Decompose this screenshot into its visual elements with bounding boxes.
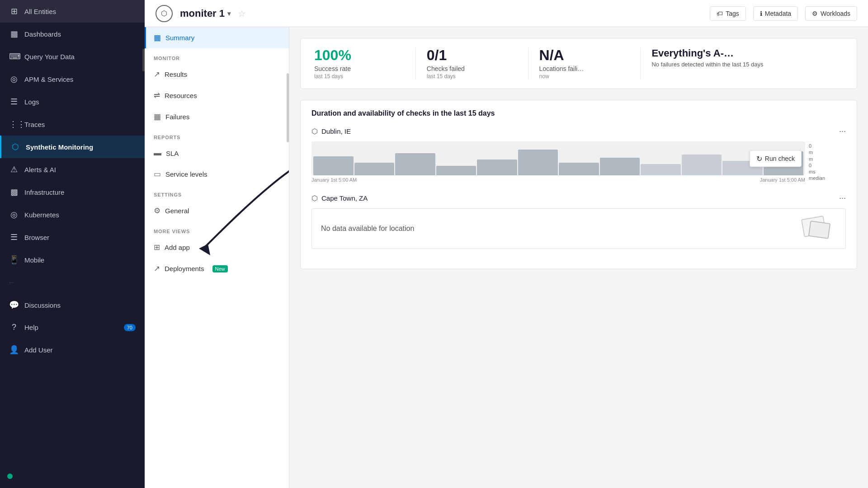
grid-icon: ⊞ [9, 6, 19, 16]
chart-bar [600, 158, 640, 175]
sec-nav-item-deployments[interactable]: ↗ Deployments New [145, 258, 289, 279]
main-content-area: 100% Success rate last 15 days 0/1 Check… [289, 27, 868, 488]
chart-bar [395, 153, 435, 176]
add-app-icon: ⊞ [154, 243, 160, 252]
dublin-end-time: January 1st 5:00 AM [760, 177, 805, 183]
monitor-name[interactable]: moniter 1 [180, 8, 225, 19]
checks-failed-label: Checks failed [427, 65, 517, 72]
globe-icon: ⬡ [161, 9, 167, 18]
content-row: ▦ Summary MONITOR ↗ Results ⇌ Resources … [145, 27, 868, 488]
sec-nav-section-settings: SETTINGS [145, 185, 289, 200]
browser-icon: ☰ [9, 232, 19, 242]
sec-nav-item-general[interactable]: ⚙ General [145, 200, 289, 221]
summary-icon: ▦ [154, 33, 161, 42]
sidebar-item-mobile[interactable]: 📱 Mobile [0, 249, 145, 271]
sidebar-item-browser[interactable]: ☰ Browser [0, 226, 145, 249]
location-dublin: ⬡ Dublin, IE ··· [311, 127, 846, 183]
duration-section: Duration and availability of checks in t… [300, 100, 857, 269]
synthetic-icon: ⬡ [10, 142, 20, 152]
location-dublin-header: ⬡ Dublin, IE ··· [311, 127, 846, 136]
chart-bar [518, 150, 558, 175]
stat-everything: Everything's A-… No failures detected wi… [641, 47, 843, 68]
success-rate-label: Success rate [314, 65, 405, 72]
location-cape-town-name: Cape Town, ZA [321, 194, 835, 202]
empty-box-2 [808, 221, 830, 239]
metadata-button[interactable]: ℹ Metadata [753, 6, 798, 21]
stat-checks-failed: 0/1 Checks failed last 15 days [416, 47, 528, 80]
favorite-star-button[interactable]: ☆ [238, 8, 246, 19]
stat-locations-failed: N/A Locations faili… now [528, 47, 641, 80]
location-cape-town-header: ⬡ Cape Town, ZA ··· [311, 193, 846, 203]
sec-nav-item-results[interactable]: ↗ Results [145, 64, 289, 85]
query-icon: ⌨ [9, 52, 19, 61]
sidebar-item-discussions[interactable]: 💬 Discussions [0, 294, 145, 316]
sec-nav-item-resources[interactable]: ⇌ Resources [145, 85, 289, 106]
stats-row: 100% Success rate last 15 days 0/1 Check… [300, 38, 857, 89]
locations-failed-label: Locations faili… [539, 65, 630, 72]
top-bar: ⬡ moniter 1 ▾ ☆ 🏷 Tags ℹ Metadata ⚙ Work… [145, 0, 868, 27]
location-cape-town: ⬡ Cape Town, ZA ··· No data available fo… [311, 193, 846, 249]
tags-button[interactable]: 🏷 Tags [710, 6, 746, 21]
secondary-nav-scrollbar[interactable] [287, 73, 289, 142]
sec-nav-item-summary[interactable]: ▦ Summary [145, 27, 289, 48]
duration-title: Duration and availability of checks in t… [311, 109, 846, 117]
chart-mid-value: m [809, 150, 846, 155]
sidebar-item-all-entities[interactable]: ⊞ All Entities [0, 0, 145, 23]
chart-bar [436, 166, 476, 175]
sec-nav-section-reports: REPORTS [145, 127, 289, 143]
sec-nav-item-add-app[interactable]: ⊞ Add app [145, 237, 289, 258]
dublin-chart-wrapper: ↻ Run check January 1st 5:00 AM January … [311, 141, 846, 183]
workloads-button[interactable]: ⚙ Workloads [805, 6, 857, 21]
secondary-navigation: ▦ Summary MONITOR ↗ Results ⇌ Resources … [145, 27, 289, 488]
no-data-label: No data available for location [321, 225, 414, 233]
stat-success-rate: 100% Success rate last 15 days [314, 47, 416, 80]
sec-nav-item-failures[interactable]: ▦ Failures [145, 106, 289, 127]
sla-icon: ▬ [154, 149, 161, 158]
chart-bar [641, 164, 681, 175]
chart-bar [559, 163, 599, 175]
main-area: ⬡ moniter 1 ▾ ☆ 🏷 Tags ℹ Metadata ⚙ Work… [145, 0, 868, 488]
traces-icon: ⋮⋮ [9, 119, 19, 129]
chart-bar [682, 155, 722, 175]
status-indicator [7, 474, 13, 479]
sidebar-item-dashboards[interactable]: ▦ Dashboards [0, 23, 145, 45]
sidebar-item-help[interactable]: ? Help 70 [0, 316, 145, 338]
dublin-chart: ↻ Run check [311, 141, 805, 175]
success-rate-value: 100% [314, 47, 405, 63]
sidebar-item-logs[interactable]: ☰ Logs [0, 90, 145, 113]
monitor-title-group: moniter 1 ▾ [180, 8, 231, 19]
run-check-button[interactable]: ↻ Run check [750, 150, 802, 167]
locations-failed-sub: now [539, 73, 630, 80]
location-cape-town-more-button[interactable]: ··· [839, 193, 846, 203]
refresh-icon: ↻ [756, 154, 762, 163]
infrastructure-icon: ▩ [9, 187, 19, 197]
sidebar-item-infrastructure[interactable]: ▩ Infrastructure [0, 181, 145, 203]
sidebar-item-kubernetes[interactable]: ◎ Kubernetes [0, 203, 145, 226]
deployments-icon: ↗ [154, 264, 160, 273]
new-badge: New [212, 265, 228, 272]
empty-state-graphic [800, 215, 836, 242]
sec-nav-item-sla[interactable]: ▬ SLA [145, 143, 289, 164]
sidebar-item-query-your-data[interactable]: ⌨ Query Your Data [0, 45, 145, 68]
dashboard-icon: ▦ [9, 29, 19, 39]
chevron-down-icon[interactable]: ▾ [227, 10, 231, 17]
chart-max-value: 0 [809, 143, 846, 149]
sidebar-item-add-user[interactable]: 👤 Add User [0, 338, 145, 361]
resources-icon: ⇌ [154, 91, 160, 100]
mobile-icon: 📱 [9, 255, 19, 265]
chart-bar [313, 156, 354, 176]
sidebar-item-synthetic-monitoring[interactable]: ⬡ Synthetic Monitoring [0, 136, 145, 158]
location-dublin-name: Dublin, IE [321, 127, 835, 135]
no-data-box: No data available for location [311, 208, 846, 249]
sec-nav-item-service-levels[interactable]: ▭ Service levels [145, 164, 289, 185]
checks-failed-sub: last 15 days [427, 73, 517, 80]
sec-nav-section-monitor: MONITOR [145, 48, 289, 64]
checks-failed-value: 0/1 [427, 47, 517, 63]
location-dublin-more-button[interactable]: ··· [839, 127, 846, 136]
gear-icon: ⚙ [812, 10, 818, 17]
chart-mid-value2: m [809, 156, 846, 162]
sidebar-item-apm-services[interactable]: ◎ APM & Services [0, 68, 145, 90]
sidebar-item-traces[interactable]: ⋮⋮ Traces [0, 113, 145, 136]
sidebar-item-alerts-ai[interactable]: ⚠ Alerts & AI [0, 158, 145, 181]
chart-bar [354, 163, 395, 175]
